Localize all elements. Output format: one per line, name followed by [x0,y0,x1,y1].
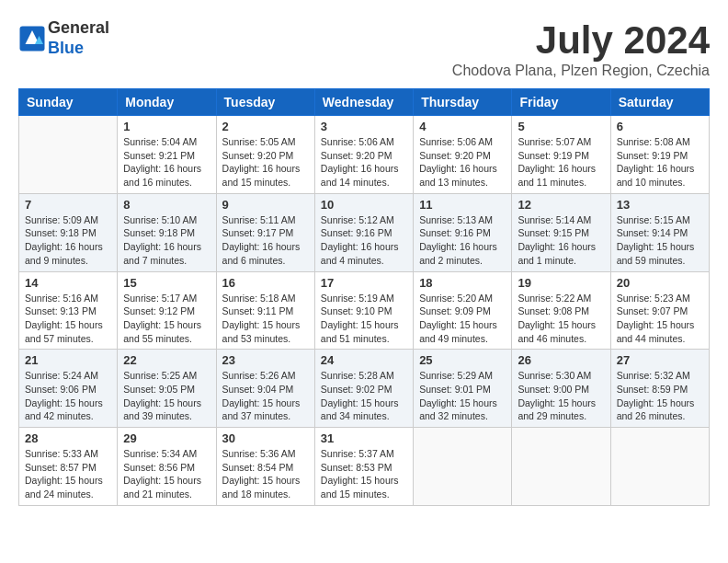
day-info: Sunrise: 5:13 AM Sunset: 9:16 PM Dayligh… [419,213,506,268]
day-info: Sunrise: 5:18 AM Sunset: 9:11 PM Dayligh… [222,292,309,346]
weekday-header-saturday: Saturday [610,89,709,116]
day-info: Sunrise: 5:06 AM Sunset: 9:20 PM Dayligh… [321,135,407,190]
day-info: Sunrise: 5:08 AM Sunset: 9:19 PM Dayligh… [617,135,703,190]
day-info: Sunrise: 5:25 AM Sunset: 9:05 PM Dayligh… [123,369,210,423]
day-number: 17 [321,276,407,290]
day-info: Sunrise: 5:34 AM Sunset: 8:56 PM Dayligh… [123,447,210,501]
calendar-table: SundayMondayTuesdayWednesdayThursdayFrid… [18,88,710,506]
day-info: Sunrise: 5:30 AM Sunset: 9:00 PM Dayligh… [518,369,604,423]
calendar-cell: 3Sunrise: 5:06 AM Sunset: 9:20 PM Daylig… [314,116,413,194]
day-number: 4 [419,120,506,133]
day-info: Sunrise: 5:15 AM Sunset: 9:14 PM Dayligh… [617,213,703,268]
day-info: Sunrise: 5:09 AM Sunset: 9:18 PM Dayligh… [25,213,111,268]
day-info: Sunrise: 5:07 AM Sunset: 9:19 PM Dayligh… [518,135,604,190]
day-info: Sunrise: 5:26 AM Sunset: 9:04 PM Dayligh… [222,369,309,423]
calendar-cell: 14Sunrise: 5:16 AM Sunset: 9:13 PM Dayli… [19,271,118,350]
day-number: 28 [25,431,111,445]
calendar-cell: 21Sunrise: 5:24 AM Sunset: 9:06 PM Dayli… [19,350,118,428]
day-number: 5 [518,120,604,133]
calendar-body: 1Sunrise: 5:04 AM Sunset: 9:21 PM Daylig… [19,116,710,506]
day-info: Sunrise: 5:28 AM Sunset: 9:02 PM Dayligh… [321,369,407,423]
calendar-cell: 6Sunrise: 5:08 AM Sunset: 9:19 PM Daylig… [610,116,709,194]
day-number: 27 [617,353,703,367]
day-number: 25 [419,353,506,367]
day-info: Sunrise: 5:04 AM Sunset: 9:21 PM Dayligh… [123,135,210,190]
calendar-cell: 23Sunrise: 5:26 AM Sunset: 9:04 PM Dayli… [216,350,314,428]
calendar-cell: 5Sunrise: 5:07 AM Sunset: 9:19 PM Daylig… [512,116,610,194]
day-info: Sunrise: 5:19 AM Sunset: 9:10 PM Dayligh… [321,292,407,346]
logo: General Blue [18,18,109,58]
day-info: Sunrise: 5:06 AM Sunset: 9:20 PM Dayligh… [419,135,506,190]
weekday-header-friday: Friday [512,89,610,116]
calendar-cell: 12Sunrise: 5:14 AM Sunset: 9:15 PM Dayli… [512,193,610,271]
calendar-cell: 29Sunrise: 5:34 AM Sunset: 8:56 PM Dayli… [118,428,216,506]
day-info: Sunrise: 5:37 AM Sunset: 8:53 PM Dayligh… [321,447,407,501]
day-number: 30 [222,431,309,445]
calendar-cell [19,116,118,194]
day-info: Sunrise: 5:22 AM Sunset: 9:08 PM Dayligh… [518,292,604,346]
calendar-header: SundayMondayTuesdayWednesdayThursdayFrid… [19,89,710,116]
weekday-header-thursday: Thursday [414,89,512,116]
calendar-cell: 10Sunrise: 5:12 AM Sunset: 9:16 PM Dayli… [314,193,413,271]
calendar-cell: 24Sunrise: 5:28 AM Sunset: 9:02 PM Dayli… [314,350,413,428]
day-number: 13 [617,198,703,212]
calendar-week-3: 14Sunrise: 5:16 AM Sunset: 9:13 PM Dayli… [19,271,710,350]
day-info: Sunrise: 5:33 AM Sunset: 8:57 PM Dayligh… [25,447,111,501]
location: Chodova Plana, Plzen Region, Czechia [452,63,710,79]
day-number: 19 [518,276,604,290]
day-number: 23 [222,353,309,367]
day-number: 22 [123,353,210,367]
weekday-header-sunday: Sunday [19,89,118,116]
calendar-cell: 11Sunrise: 5:13 AM Sunset: 9:16 PM Dayli… [414,193,512,271]
calendar-cell: 17Sunrise: 5:19 AM Sunset: 9:10 PM Dayli… [314,271,413,350]
day-number: 12 [518,198,604,212]
day-number: 31 [321,431,407,445]
day-info: Sunrise: 5:16 AM Sunset: 9:13 PM Dayligh… [25,292,111,346]
day-number: 3 [321,120,407,133]
day-number: 9 [222,198,309,212]
day-number: 26 [518,353,604,367]
day-number: 1 [123,120,210,133]
calendar-week-4: 21Sunrise: 5:24 AM Sunset: 9:06 PM Dayli… [19,350,710,428]
day-info: Sunrise: 5:11 AM Sunset: 9:17 PM Dayligh… [222,213,309,268]
logo-general: General [48,18,109,39]
title-section: July 2024 Chodova Plana, Plzen Region, C… [452,18,710,79]
calendar-cell [512,428,610,506]
day-number: 29 [123,431,210,445]
calendar-cell: 8Sunrise: 5:10 AM Sunset: 9:18 PM Daylig… [118,193,216,271]
day-info: Sunrise: 5:05 AM Sunset: 9:20 PM Dayligh… [222,135,309,190]
calendar-week-1: 1Sunrise: 5:04 AM Sunset: 9:21 PM Daylig… [19,116,710,194]
logo-icon [18,25,46,52]
day-info: Sunrise: 5:23 AM Sunset: 9:07 PM Dayligh… [617,292,703,346]
calendar-cell: 4Sunrise: 5:06 AM Sunset: 9:20 PM Daylig… [414,116,512,194]
weekday-row: SundayMondayTuesdayWednesdayThursdayFrid… [19,89,710,116]
calendar-cell: 20Sunrise: 5:23 AM Sunset: 9:07 PM Dayli… [610,271,709,350]
day-number: 24 [321,353,407,367]
day-info: Sunrise: 5:32 AM Sunset: 8:59 PM Dayligh… [617,369,703,423]
page-header: General Blue July 2024 Chodova Plana, Pl… [18,18,710,79]
calendar-cell: 16Sunrise: 5:18 AM Sunset: 9:11 PM Dayli… [216,271,314,350]
day-number: 6 [617,120,703,133]
day-number: 21 [25,353,111,367]
logo-blue: Blue [48,39,109,59]
day-number: 11 [419,198,506,212]
day-info: Sunrise: 5:20 AM Sunset: 9:09 PM Dayligh… [419,292,506,346]
calendar-week-5: 28Sunrise: 5:33 AM Sunset: 8:57 PM Dayli… [19,428,710,506]
calendar-cell: 30Sunrise: 5:36 AM Sunset: 8:54 PM Dayli… [216,428,314,506]
calendar-cell: 28Sunrise: 5:33 AM Sunset: 8:57 PM Dayli… [19,428,118,506]
weekday-header-wednesday: Wednesday [314,89,413,116]
day-number: 10 [321,198,407,212]
day-info: Sunrise: 5:14 AM Sunset: 9:15 PM Dayligh… [518,213,604,268]
calendar-cell: 31Sunrise: 5:37 AM Sunset: 8:53 PM Dayli… [314,428,413,506]
calendar-cell: 26Sunrise: 5:30 AM Sunset: 9:00 PM Dayli… [512,350,610,428]
day-number: 15 [123,276,210,290]
day-info: Sunrise: 5:10 AM Sunset: 9:18 PM Dayligh… [123,213,210,268]
month-title: July 2024 [452,18,710,63]
day-number: 18 [419,276,506,290]
calendar-cell: 27Sunrise: 5:32 AM Sunset: 8:59 PM Dayli… [610,350,709,428]
day-number: 2 [222,120,309,133]
calendar-cell: 9Sunrise: 5:11 AM Sunset: 9:17 PM Daylig… [216,193,314,271]
weekday-header-tuesday: Tuesday [216,89,314,116]
calendar-week-2: 7Sunrise: 5:09 AM Sunset: 9:18 PM Daylig… [19,193,710,271]
logo-text: General Blue [48,18,109,58]
